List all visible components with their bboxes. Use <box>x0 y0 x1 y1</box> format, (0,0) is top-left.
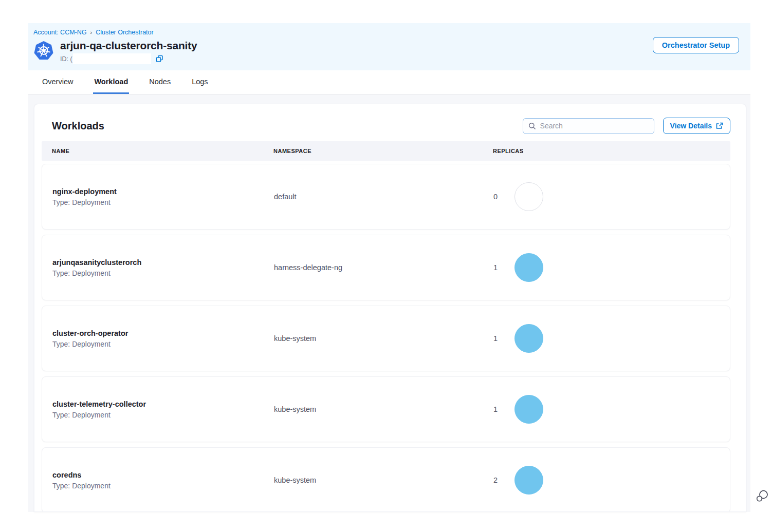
orchestrator-setup-button[interactable]: Orchestrator Setup <box>653 37 739 53</box>
replica-count: 1 <box>493 263 499 272</box>
workload-name-cell: coredns Type: Deployment <box>52 471 274 490</box>
tab-workload[interactable]: Workload <box>93 70 129 94</box>
breadcrumb-account-link[interactable]: Account: CCM-NG <box>33 29 87 36</box>
table-row[interactable]: coredns Type: Deployment kube-system 2 <box>42 447 730 512</box>
search-input[interactable] <box>540 122 649 130</box>
workload-type: Type: Deployment <box>52 269 274 277</box>
replicas-cell: 1 <box>493 253 730 282</box>
tab-overview[interactable]: Overview <box>41 70 74 94</box>
copy-icon[interactable] <box>156 55 163 63</box>
workload-name: nginx-deployment <box>52 187 274 196</box>
workload-namespace: kube-system <box>274 334 493 343</box>
workload-name: cluster-orch-operator <box>52 329 274 337</box>
workload-name: arjunqasanityclusterorch <box>52 258 274 267</box>
breadcrumb-section-link[interactable]: Cluster Orchestrator <box>96 29 154 36</box>
search-icon <box>528 122 536 130</box>
column-header-namespace: NAMESPACE <box>273 148 493 154</box>
table-row[interactable]: cluster-telemetry-collector Type: Deploy… <box>42 376 730 442</box>
table-row[interactable]: cluster-orch-operator Type: Deployment k… <box>42 306 730 371</box>
view-details-button[interactable]: View Details <box>663 118 730 134</box>
replica-circle <box>514 466 543 495</box>
table-header: NAME NAMESPACE REPLICAS <box>42 141 730 161</box>
external-link-icon <box>716 122 723 129</box>
replica-circle <box>514 182 543 211</box>
replicas-cell: 0 <box>493 182 730 211</box>
workload-namespace: kube-system <box>274 476 493 484</box>
workload-name: cluster-telemetry-collector <box>52 400 274 408</box>
tab-logs[interactable]: Logs <box>191 70 209 94</box>
replicas-cell: 1 <box>493 324 730 353</box>
replica-count: 1 <box>493 405 499 413</box>
replica-count: 1 <box>493 334 499 343</box>
table-row[interactable]: arjunqasanityclusterorch Type: Deploymen… <box>42 235 730 300</box>
replica-circle <box>514 253 543 282</box>
view-details-label: View Details <box>670 122 712 130</box>
workload-namespace: harness-delegate-ng <box>274 263 493 272</box>
workloads-title: Workloads <box>52 120 104 132</box>
workload-name: coredns <box>52 471 274 479</box>
main-content: Workloads View Details <box>28 94 750 512</box>
workload-rows: nginx-deployment Type: Deployment defaul… <box>42 164 730 512</box>
page-header: Account: CCM-NG › Cluster Orchestrator <box>28 23 750 70</box>
cluster-id-label: ID: ( <box>60 55 72 63</box>
replicas-cell: 2 <box>493 466 730 495</box>
workload-type: Type: Deployment <box>52 198 274 206</box>
workload-name-cell: cluster-orch-operator Type: Deployment <box>52 329 274 348</box>
workloads-panel: Workloads View Details <box>34 104 746 512</box>
workload-namespace: kube-system <box>274 405 493 413</box>
workload-type: Type: Deployment <box>52 411 274 419</box>
workload-name-cell: nginx-deployment Type: Deployment <box>52 187 274 206</box>
workload-type: Type: Deployment <box>52 340 274 348</box>
replica-count: 2 <box>493 476 499 484</box>
tab-bar: OverviewWorkloadNodesLogs <box>28 70 750 94</box>
search-box[interactable] <box>523 118 654 134</box>
breadcrumb-chevron-icon: › <box>90 29 93 35</box>
table-row[interactable]: nginx-deployment Type: Deployment defaul… <box>42 164 730 230</box>
tab-nodes[interactable]: Nodes <box>148 70 172 94</box>
cluster-id-redacted <box>73 53 151 64</box>
workload-name-cell: cluster-telemetry-collector Type: Deploy… <box>52 400 274 419</box>
cluster-orchestrator-page: Account: CCM-NG › Cluster Orchestrator <box>28 23 750 512</box>
column-header-replicas: REPLICAS <box>493 148 730 154</box>
column-header-name: NAME <box>52 148 273 154</box>
help-chat-button[interactable] <box>755 489 770 505</box>
replica-circle <box>514 395 543 424</box>
kubernetes-icon <box>33 41 54 61</box>
replica-circle <box>514 324 543 353</box>
replica-count: 0 <box>493 193 499 201</box>
page-title: arjun-qa-clusterorch-sanity <box>60 40 197 52</box>
breadcrumb: Account: CCM-NG › Cluster Orchestrator <box>33 29 740 36</box>
workload-namespace: default <box>274 193 493 201</box>
replicas-cell: 1 <box>493 395 730 424</box>
workload-name-cell: arjunqasanityclusterorch Type: Deploymen… <box>52 258 274 277</box>
workload-type: Type: Deployment <box>52 482 274 490</box>
